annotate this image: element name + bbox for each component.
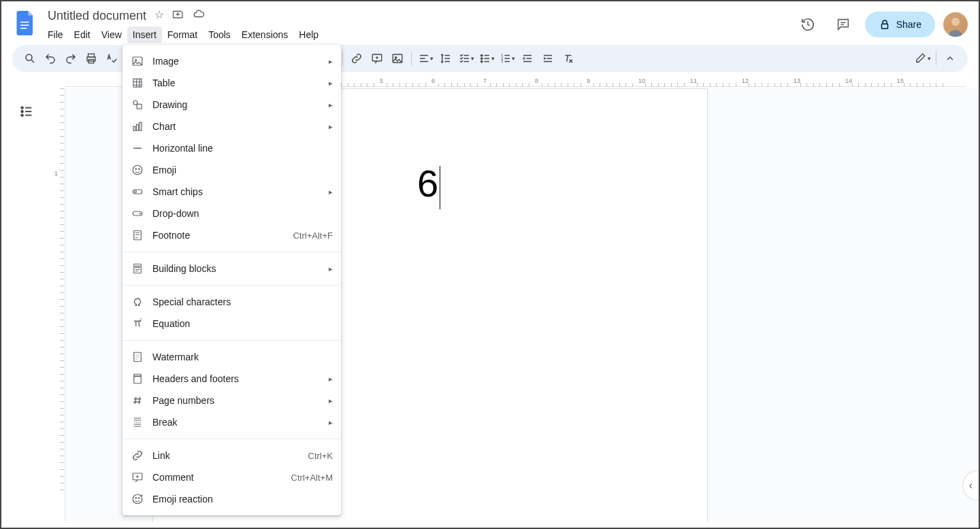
menu-item-label: Comment	[152, 472, 291, 483]
insert-link-icon[interactable]	[347, 49, 366, 68]
menu-item-label: Image	[152, 56, 329, 67]
history-icon[interactable]	[794, 11, 821, 38]
editing-mode-icon[interactable]: ▾	[913, 49, 932, 68]
insert-image-icon[interactable]	[388, 49, 407, 68]
line-spacing-icon[interactable]	[436, 49, 455, 68]
insert-menu-image[interactable]: Image▸	[122, 50, 341, 72]
menu-item-label: Smart chips	[152, 186, 329, 197]
drawing-icon	[131, 98, 144, 112]
menu-extensions[interactable]: Extensions	[236, 27, 293, 43]
insert-menu-drop-down[interactable]: Drop-down	[122, 203, 341, 224]
menu-file[interactable]: File	[42, 27, 69, 43]
dropdown-icon	[131, 207, 144, 220]
svg-text:2: 2	[140, 318, 142, 322]
cloud-icon[interactable]	[193, 8, 205, 23]
menu-tools[interactable]: Tools	[203, 27, 236, 43]
svg-rect-27	[137, 124, 139, 131]
redo-icon[interactable]	[61, 49, 80, 68]
print-icon[interactable]	[82, 49, 101, 68]
svg-point-31	[139, 169, 140, 170]
insert-menu-horizontal-line[interactable]: Horizontal line	[122, 137, 341, 159]
align-icon[interactable]: ▾	[416, 49, 435, 68]
omega-icon	[131, 295, 144, 309]
share-label: Share	[896, 19, 921, 30]
avatar[interactable]	[943, 12, 968, 37]
decrease-indent-icon[interactable]	[518, 49, 537, 68]
insert-menu-link[interactable]: LinkCtrl+K	[122, 445, 341, 466]
bulleted-list-icon[interactable]: ▾	[477, 49, 496, 68]
menu-item-label: Footnote	[152, 230, 293, 241]
ruler-number: 9	[587, 78, 590, 84]
svg-point-18	[21, 107, 23, 109]
menu-format[interactable]: Format	[162, 27, 203, 43]
spellcheck-icon[interactable]	[102, 49, 121, 68]
submenu-arrow-icon: ▸	[329, 264, 333, 273]
clear-formatting-icon[interactable]	[559, 49, 578, 68]
numbered-list-icon[interactable]: 123▾	[497, 49, 517, 68]
submenu-arrow-icon: ▸	[329, 101, 333, 109]
insert-menu-equation[interactable]: 2Equation	[122, 313, 341, 335]
link-icon	[131, 449, 144, 462]
vertical-ruler[interactable]: 1	[52, 88, 65, 522]
svg-rect-2	[20, 28, 27, 29]
menu-item-label: Link	[152, 450, 308, 461]
star-icon[interactable]: ☆	[154, 8, 164, 23]
menu-item-label: Break	[152, 417, 329, 428]
undo-icon[interactable]	[41, 49, 60, 68]
svg-point-42	[133, 494, 142, 504]
add-comment-icon[interactable]	[368, 49, 387, 68]
submenu-arrow-icon: ▸	[329, 122, 333, 131]
svg-point-14	[480, 61, 482, 62]
chips-icon	[131, 185, 144, 199]
shortcut-label: Ctrl+Alt+M	[291, 473, 333, 483]
document-text: 6	[417, 162, 438, 205]
insert-menu-page-numbers[interactable]: Page numbers▸	[122, 390, 341, 411]
footnote-icon	[131, 228, 144, 242]
insert-menu-break[interactable]: Break▸	[122, 411, 341, 433]
ruler-number: 8	[535, 78, 538, 84]
search-menus-icon[interactable]	[20, 49, 39, 68]
menu-insert[interactable]: Insert	[127, 27, 162, 43]
blocks-icon	[131, 262, 144, 275]
share-button[interactable]: Share	[865, 12, 935, 37]
insert-menu-chart[interactable]: Chart▸	[122, 116, 341, 137]
menu-edit[interactable]: Edit	[69, 27, 96, 43]
insert-menu-footnote[interactable]: FootnoteCtrl+Alt+F	[122, 224, 341, 246]
submenu-arrow-icon: ▸	[329, 79, 333, 88]
svg-point-13	[480, 58, 482, 59]
svg-text:3: 3	[501, 59, 503, 63]
insert-menu-smart-chips[interactable]: Smart chips▸	[122, 181, 341, 203]
move-icon[interactable]	[172, 8, 184, 23]
insert-menu-headers-and-footers[interactable]: Headers and footers▸	[122, 368, 341, 390]
ruler-number: 14	[845, 78, 852, 84]
insert-menu-emoji[interactable]: Emoji	[122, 159, 341, 181]
insert-menu-watermark[interactable]: Watermark	[122, 346, 341, 368]
insert-menu-comment[interactable]: CommentCtrl+Alt+M	[122, 466, 341, 488]
svg-rect-40	[134, 374, 142, 383]
watermark-icon	[131, 350, 144, 364]
ruler-number: 11	[690, 78, 697, 84]
insert-menu-special-characters[interactable]: Special characters	[122, 291, 341, 313]
svg-point-20	[21, 114, 23, 116]
insert-menu-table[interactable]: Table▸	[122, 72, 341, 94]
collapse-toolbar-icon[interactable]	[941, 49, 960, 68]
docs-logo[interactable]	[12, 10, 39, 37]
ruler-number: 15	[897, 78, 904, 84]
menu-help[interactable]: Help	[293, 27, 324, 43]
svg-point-5	[26, 54, 32, 61]
outline-icon[interactable]	[14, 99, 39, 124]
svg-rect-0	[20, 22, 29, 23]
svg-point-22	[135, 59, 137, 61]
insert-menu-building-blocks[interactable]: Building blocks▸	[122, 258, 341, 279]
menu-view[interactable]: View	[96, 27, 127, 43]
document-title[interactable]: Untitled document	[45, 7, 149, 24]
insert-menu-drawing[interactable]: Drawing▸	[122, 94, 341, 116]
hr-icon	[131, 141, 144, 155]
svg-rect-26	[133, 126, 135, 131]
insert-menu-emoji-reaction[interactable]: Emoji reaction	[122, 488, 341, 510]
emoji-reaction-icon	[131, 492, 144, 506]
lock-icon	[879, 18, 891, 31]
checklist-icon[interactable]: ▾	[457, 49, 476, 68]
comments-icon[interactable]	[830, 11, 857, 38]
increase-indent-icon[interactable]	[538, 49, 557, 68]
